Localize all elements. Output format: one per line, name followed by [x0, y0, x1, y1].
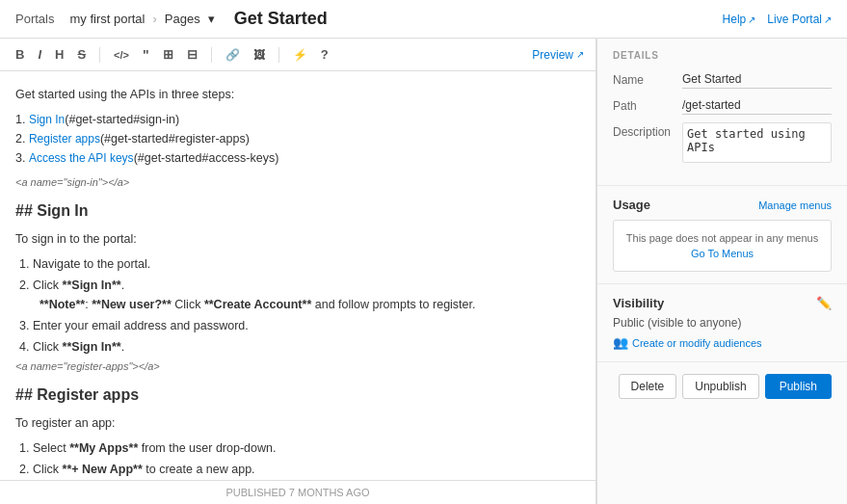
name-label: Name	[613, 70, 682, 87]
name-input[interactable]	[682, 70, 832, 89]
path-field-row: Path	[613, 96, 832, 115]
list-item: Enter your email address and password.	[33, 316, 580, 335]
blockquote-button[interactable]: "	[139, 45, 153, 65]
details-label: DETAILS	[613, 50, 832, 61]
usage-section: Usage Manage menus This page does not ap…	[597, 186, 847, 284]
external-icon-2: ↗	[824, 14, 832, 25]
toolbar-sep-2	[211, 47, 212, 63]
pages-dropdown[interactable]: ▾	[208, 12, 215, 26]
published-label: PUBLISHED 7 MONTHS AGO	[225, 487, 369, 498]
name-field-row: Name	[613, 70, 832, 89]
code-button[interactable]: </>	[110, 47, 133, 63]
visibility-title: Visibility	[613, 296, 664, 310]
top-nav: Portals my first portal › Pages ▾ Get St…	[0, 0, 847, 39]
breadcrumb: Portals my first portal › Pages ▾	[15, 12, 215, 26]
visibility-header: Visibility ✏️	[613, 296, 832, 310]
path-input[interactable]	[682, 96, 832, 115]
portals-link[interactable]: Portals	[15, 12, 54, 26]
preview-label: Preview	[532, 48, 573, 62]
editor-toolbar: B I H S </> " ⊞ ⊟ 🔗 🖼 ⚡ ? P	[0, 39, 596, 71]
help-toolbar-button[interactable]: ?	[317, 45, 332, 64]
page-title: Get Started	[215, 9, 723, 29]
sign-in-steps: Navigate to the portal. Click **Sign In*…	[15, 254, 580, 357]
live-portal-link[interactable]: Live Portal↗	[767, 13, 832, 26]
delete-button[interactable]: Delete	[619, 374, 677, 399]
usage-title: Usage	[613, 198, 650, 212]
description-label: Description	[613, 122, 682, 139]
list-item: Select **My Apps** from the user drop-do…	[33, 438, 580, 458]
sign-in-intro: To sign in to the portal:	[15, 229, 580, 249]
step-links: 1. Sign In(#get-started#sign-in) 2. Regi…	[15, 110, 580, 169]
portal-name[interactable]: my first portal	[69, 12, 145, 26]
toolbar-sep-3	[278, 47, 279, 63]
audience-icon: 👥	[613, 335, 628, 350]
help-link[interactable]: Help↗	[723, 13, 756, 26]
editor-content[interactable]: Get started using the APIs in three step…	[0, 71, 596, 480]
create-audience-label: Create or modify audiences	[632, 337, 762, 349]
editor-panel: B I H S </> " ⊞ ⊟ 🔗 🖼 ⚡ ? P	[0, 39, 596, 504]
top-nav-right: Help↗ Live Portal↗	[723, 13, 832, 26]
list-item: Click **+ New App** to create a new app.	[33, 460, 580, 479]
anchor-register: <a name="register-apps"></a>	[15, 358, 580, 376]
preview-button[interactable]: Preview ↗	[532, 48, 584, 62]
description-value: Get started using APIs	[682, 122, 832, 166]
editor-footer: PUBLISHED 7 MONTHS AGO	[0, 480, 596, 504]
list-item: Click **Sign In**. **Note**: **New user?…	[33, 276, 580, 314]
table-button[interactable]: ⊞	[159, 45, 177, 64]
create-audience-link[interactable]: 👥 Create or modify audiences	[613, 335, 832, 350]
bolt-button[interactable]: ⚡	[289, 46, 311, 64]
table2-button[interactable]: ⊟	[183, 45, 201, 64]
visibility-section: Visibility ✏️ Public (visible to anyone)…	[597, 284, 847, 362]
h2-register: ## Register apps	[15, 383, 580, 408]
description-textarea[interactable]: Get started using APIs	[682, 122, 832, 163]
description-field-row: Description Get started using APIs	[613, 122, 832, 166]
path-value	[682, 96, 832, 115]
action-buttons: Delete Unpublish Publish	[597, 362, 847, 411]
go-to-menus-link[interactable]: Go To Menus	[625, 248, 819, 259]
register-intro: To register an app:	[15, 413, 580, 433]
h2-sign-in: ## Sign In	[15, 199, 580, 224]
heading-button[interactable]: H	[51, 45, 67, 64]
preview-ext-icon: ↗	[576, 49, 584, 60]
visibility-edit-button[interactable]: ✏️	[816, 296, 832, 310]
pages-label: Pages	[165, 12, 200, 26]
italic-button[interactable]: I	[34, 45, 45, 64]
usage-box: This page does not appear in any menus G…	[613, 220, 832, 272]
name-value	[682, 70, 832, 89]
usage-header: Usage Manage menus	[613, 198, 832, 212]
sign-in-link[interactable]: Sign In	[29, 113, 65, 126]
breadcrumb-arrow: ›	[152, 12, 156, 26]
toolbar-left: B I H S </> " ⊞ ⊟ 🔗 🖼 ⚡ ?	[12, 45, 332, 65]
path-label: Path	[613, 96, 682, 113]
right-panel: DETAILS Name Path Description	[596, 39, 847, 504]
anchor-sign-in: <a name="sign-in"></a>	[15, 174, 580, 192]
link-button[interactable]: 🔗	[222, 46, 244, 64]
list-item: Click **Sign In**.	[33, 337, 580, 357]
manage-menus-link[interactable]: Manage menus	[758, 199, 832, 211]
image-button[interactable]: 🖼	[250, 46, 269, 64]
details-section: DETAILS Name Path Description	[597, 39, 847, 186]
usage-text: This page does not appear in any menus	[625, 232, 819, 244]
register-apps-link[interactable]: Register apps	[29, 132, 100, 146]
intro-text: Get started using the APIs in three step…	[15, 85, 580, 104]
bold-button[interactable]: B	[12, 45, 28, 64]
unpublish-button[interactable]: Unpublish	[682, 374, 758, 399]
register-steps: Select **My Apps** from the user drop-do…	[15, 438, 580, 480]
toolbar-sep-1	[99, 47, 100, 63]
visibility-value: Public (visible to anyone)	[613, 316, 832, 330]
strikethrough-button[interactable]: S	[73, 45, 90, 64]
access-keys-link[interactable]: Access the API keys	[29, 151, 134, 165]
external-icon: ↗	[748, 14, 755, 25]
publish-button[interactable]: Publish	[765, 374, 832, 399]
list-item: Navigate to the portal.	[33, 254, 580, 274]
main-layout: B I H S </> " ⊞ ⊟ 🔗 🖼 ⚡ ? P	[0, 39, 847, 504]
